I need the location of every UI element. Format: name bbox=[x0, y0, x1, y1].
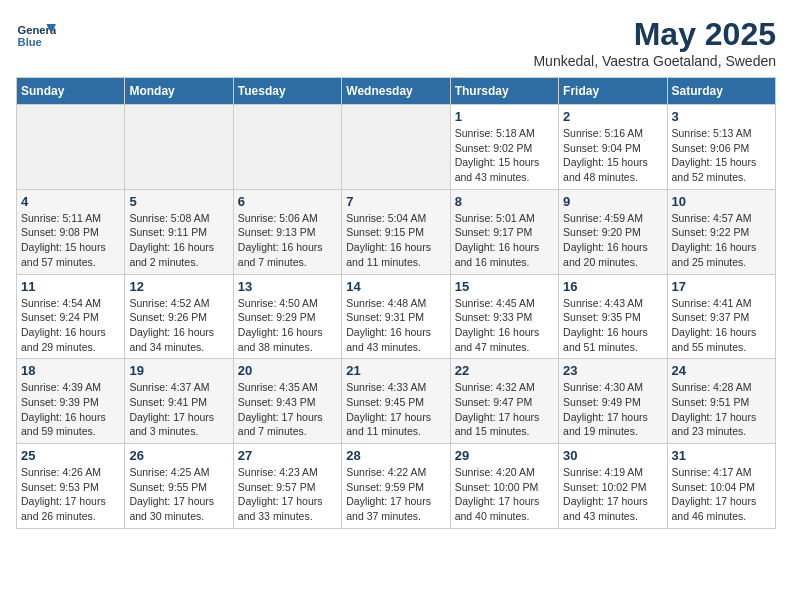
day-info: Sunrise: 4:28 AM Sunset: 9:51 PM Dayligh… bbox=[672, 380, 771, 439]
day-number: 6 bbox=[238, 194, 337, 209]
day-number: 20 bbox=[238, 363, 337, 378]
day-number: 13 bbox=[238, 279, 337, 294]
day-number: 7 bbox=[346, 194, 445, 209]
day-number: 25 bbox=[21, 448, 120, 463]
day-info: Sunrise: 4:50 AM Sunset: 9:29 PM Dayligh… bbox=[238, 296, 337, 355]
day-info: Sunrise: 4:17 AM Sunset: 10:04 PM Daylig… bbox=[672, 465, 771, 524]
day-number: 2 bbox=[563, 109, 662, 124]
day-info: Sunrise: 4:30 AM Sunset: 9:49 PM Dayligh… bbox=[563, 380, 662, 439]
table-row: 1Sunrise: 5:18 AM Sunset: 9:02 PM Daylig… bbox=[450, 105, 558, 190]
table-row bbox=[233, 105, 341, 190]
calendar-week-row: 11Sunrise: 4:54 AM Sunset: 9:24 PM Dayli… bbox=[17, 274, 776, 359]
table-row: 31Sunrise: 4:17 AM Sunset: 10:04 PM Dayl… bbox=[667, 444, 775, 529]
table-row bbox=[17, 105, 125, 190]
table-row: 14Sunrise: 4:48 AM Sunset: 9:31 PM Dayli… bbox=[342, 274, 450, 359]
table-row: 22Sunrise: 4:32 AM Sunset: 9:47 PM Dayli… bbox=[450, 359, 558, 444]
col-monday: Monday bbox=[125, 78, 233, 105]
day-info: Sunrise: 4:26 AM Sunset: 9:53 PM Dayligh… bbox=[21, 465, 120, 524]
day-info: Sunrise: 5:18 AM Sunset: 9:02 PM Dayligh… bbox=[455, 126, 554, 185]
calendar-week-row: 4Sunrise: 5:11 AM Sunset: 9:08 PM Daylig… bbox=[17, 189, 776, 274]
col-saturday: Saturday bbox=[667, 78, 775, 105]
day-info: Sunrise: 4:23 AM Sunset: 9:57 PM Dayligh… bbox=[238, 465, 337, 524]
day-info: Sunrise: 4:45 AM Sunset: 9:33 PM Dayligh… bbox=[455, 296, 554, 355]
day-number: 16 bbox=[563, 279, 662, 294]
table-row: 3Sunrise: 5:13 AM Sunset: 9:06 PM Daylig… bbox=[667, 105, 775, 190]
table-row: 15Sunrise: 4:45 AM Sunset: 9:33 PM Dayli… bbox=[450, 274, 558, 359]
table-row: 7Sunrise: 5:04 AM Sunset: 9:15 PM Daylig… bbox=[342, 189, 450, 274]
logo-icon: General Blue bbox=[16, 16, 56, 56]
day-number: 30 bbox=[563, 448, 662, 463]
day-info: Sunrise: 5:11 AM Sunset: 9:08 PM Dayligh… bbox=[21, 211, 120, 270]
table-row: 23Sunrise: 4:30 AM Sunset: 9:49 PM Dayli… bbox=[559, 359, 667, 444]
col-friday: Friday bbox=[559, 78, 667, 105]
table-row: 19Sunrise: 4:37 AM Sunset: 9:41 PM Dayli… bbox=[125, 359, 233, 444]
day-info: Sunrise: 4:59 AM Sunset: 9:20 PM Dayligh… bbox=[563, 211, 662, 270]
day-number: 22 bbox=[455, 363, 554, 378]
day-number: 19 bbox=[129, 363, 228, 378]
day-info: Sunrise: 4:22 AM Sunset: 9:59 PM Dayligh… bbox=[346, 465, 445, 524]
day-number: 23 bbox=[563, 363, 662, 378]
day-number: 3 bbox=[672, 109, 771, 124]
day-number: 1 bbox=[455, 109, 554, 124]
table-row: 11Sunrise: 4:54 AM Sunset: 9:24 PM Dayli… bbox=[17, 274, 125, 359]
calendar-table: Sunday Monday Tuesday Wednesday Thursday… bbox=[16, 77, 776, 529]
day-info: Sunrise: 4:19 AM Sunset: 10:02 PM Daylig… bbox=[563, 465, 662, 524]
table-row: 26Sunrise: 4:25 AM Sunset: 9:55 PM Dayli… bbox=[125, 444, 233, 529]
table-row: 27Sunrise: 4:23 AM Sunset: 9:57 PM Dayli… bbox=[233, 444, 341, 529]
location-subtitle: Munkedal, Vaestra Goetaland, Sweden bbox=[533, 53, 776, 69]
table-row: 24Sunrise: 4:28 AM Sunset: 9:51 PM Dayli… bbox=[667, 359, 775, 444]
page-header: General Blue May 2025 Munkedal, Vaestra … bbox=[16, 16, 776, 69]
calendar-header-row: Sunday Monday Tuesday Wednesday Thursday… bbox=[17, 78, 776, 105]
day-info: Sunrise: 4:32 AM Sunset: 9:47 PM Dayligh… bbox=[455, 380, 554, 439]
table-row: 25Sunrise: 4:26 AM Sunset: 9:53 PM Dayli… bbox=[17, 444, 125, 529]
table-row: 4Sunrise: 5:11 AM Sunset: 9:08 PM Daylig… bbox=[17, 189, 125, 274]
table-row: 18Sunrise: 4:39 AM Sunset: 9:39 PM Dayli… bbox=[17, 359, 125, 444]
day-info: Sunrise: 4:41 AM Sunset: 9:37 PM Dayligh… bbox=[672, 296, 771, 355]
day-number: 21 bbox=[346, 363, 445, 378]
table-row: 13Sunrise: 4:50 AM Sunset: 9:29 PM Dayli… bbox=[233, 274, 341, 359]
day-number: 26 bbox=[129, 448, 228, 463]
calendar-week-row: 25Sunrise: 4:26 AM Sunset: 9:53 PM Dayli… bbox=[17, 444, 776, 529]
day-info: Sunrise: 4:52 AM Sunset: 9:26 PM Dayligh… bbox=[129, 296, 228, 355]
day-info: Sunrise: 5:04 AM Sunset: 9:15 PM Dayligh… bbox=[346, 211, 445, 270]
day-number: 14 bbox=[346, 279, 445, 294]
month-year-title: May 2025 bbox=[533, 16, 776, 53]
day-info: Sunrise: 5:01 AM Sunset: 9:17 PM Dayligh… bbox=[455, 211, 554, 270]
day-info: Sunrise: 4:54 AM Sunset: 9:24 PM Dayligh… bbox=[21, 296, 120, 355]
table-row: 8Sunrise: 5:01 AM Sunset: 9:17 PM Daylig… bbox=[450, 189, 558, 274]
col-tuesday: Tuesday bbox=[233, 78, 341, 105]
day-number: 29 bbox=[455, 448, 554, 463]
day-number: 9 bbox=[563, 194, 662, 209]
table-row bbox=[342, 105, 450, 190]
table-row: 21Sunrise: 4:33 AM Sunset: 9:45 PM Dayli… bbox=[342, 359, 450, 444]
table-row: 6Sunrise: 5:06 AM Sunset: 9:13 PM Daylig… bbox=[233, 189, 341, 274]
col-sunday: Sunday bbox=[17, 78, 125, 105]
day-number: 10 bbox=[672, 194, 771, 209]
table-row: 9Sunrise: 4:59 AM Sunset: 9:20 PM Daylig… bbox=[559, 189, 667, 274]
calendar-week-row: 18Sunrise: 4:39 AM Sunset: 9:39 PM Dayli… bbox=[17, 359, 776, 444]
day-info: Sunrise: 5:13 AM Sunset: 9:06 PM Dayligh… bbox=[672, 126, 771, 185]
logo: General Blue bbox=[16, 16, 56, 56]
table-row: 20Sunrise: 4:35 AM Sunset: 9:43 PM Dayli… bbox=[233, 359, 341, 444]
day-info: Sunrise: 4:37 AM Sunset: 9:41 PM Dayligh… bbox=[129, 380, 228, 439]
day-number: 12 bbox=[129, 279, 228, 294]
day-info: Sunrise: 5:08 AM Sunset: 9:11 PM Dayligh… bbox=[129, 211, 228, 270]
table-row: 16Sunrise: 4:43 AM Sunset: 9:35 PM Dayli… bbox=[559, 274, 667, 359]
day-number: 28 bbox=[346, 448, 445, 463]
day-info: Sunrise: 4:43 AM Sunset: 9:35 PM Dayligh… bbox=[563, 296, 662, 355]
day-number: 8 bbox=[455, 194, 554, 209]
day-number: 5 bbox=[129, 194, 228, 209]
svg-text:Blue: Blue bbox=[18, 36, 42, 48]
day-number: 31 bbox=[672, 448, 771, 463]
table-row: 10Sunrise: 4:57 AM Sunset: 9:22 PM Dayli… bbox=[667, 189, 775, 274]
day-info: Sunrise: 4:35 AM Sunset: 9:43 PM Dayligh… bbox=[238, 380, 337, 439]
day-number: 15 bbox=[455, 279, 554, 294]
table-row: 29Sunrise: 4:20 AM Sunset: 10:00 PM Dayl… bbox=[450, 444, 558, 529]
table-row: 12Sunrise: 4:52 AM Sunset: 9:26 PM Dayli… bbox=[125, 274, 233, 359]
day-info: Sunrise: 5:16 AM Sunset: 9:04 PM Dayligh… bbox=[563, 126, 662, 185]
table-row: 30Sunrise: 4:19 AM Sunset: 10:02 PM Dayl… bbox=[559, 444, 667, 529]
col-wednesday: Wednesday bbox=[342, 78, 450, 105]
col-thursday: Thursday bbox=[450, 78, 558, 105]
day-info: Sunrise: 4:33 AM Sunset: 9:45 PM Dayligh… bbox=[346, 380, 445, 439]
day-info: Sunrise: 4:48 AM Sunset: 9:31 PM Dayligh… bbox=[346, 296, 445, 355]
